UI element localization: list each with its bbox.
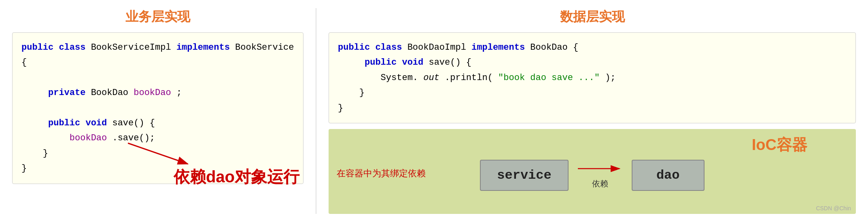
watermark: CSDN @Chin xyxy=(816,205,851,211)
kw-class-r1: class xyxy=(375,42,402,53)
dependency-annotation: 依赖dao对象运行 xyxy=(174,166,299,188)
bind-label: 在容器中为其绑定依赖 xyxy=(337,167,426,180)
ioc-boxes: service 依赖 dao xyxy=(480,160,704,191)
left-code-wrapper: public class BookServiceImpl implements … xyxy=(12,32,303,184)
right-code-box: public class BookDaoImpl implements Book… xyxy=(329,32,856,123)
dao-box: dao xyxy=(632,160,705,191)
kw-void-r1: void xyxy=(402,57,423,68)
var-bookdao: bookDao xyxy=(134,88,171,98)
left-panel: 业务层实现 public class BookServiceImpl imple… xyxy=(0,0,316,222)
code-line-7: } xyxy=(21,146,294,161)
kw-class1: class xyxy=(59,42,85,53)
var-bookdao-call: bookDao xyxy=(70,133,107,143)
right-code-line-3: System. out .println( "book dao save ...… xyxy=(338,70,847,85)
out-italic: out xyxy=(423,73,439,83)
kw-implements1: implements xyxy=(176,42,230,53)
dependency-label: 依赖dao对象运行 xyxy=(174,168,299,186)
code-blank-2 xyxy=(21,101,294,116)
left-code-box: public class BookServiceImpl implements … xyxy=(12,32,303,184)
code-line-1: public class BookServiceImpl implements … xyxy=(21,40,294,70)
code-blank-1 xyxy=(21,70,294,85)
left-title: 业务层实现 xyxy=(125,8,190,26)
right-code-line-4: } xyxy=(338,85,847,100)
str-book-dao-save: "book dao save ..." xyxy=(498,73,600,83)
ioc-container: IoC容器 在容器中为其绑定依赖 service 依赖 dao CSDN @Ch… xyxy=(329,129,856,214)
kw-public2: public xyxy=(48,118,80,128)
code-line-5: public void save() { xyxy=(21,116,294,131)
kw-public-r2: public xyxy=(365,57,397,68)
kw-void1: void xyxy=(85,118,107,128)
kw-private: private xyxy=(48,88,85,98)
code-line-3: private BookDao bookDao ; xyxy=(21,85,294,100)
right-title: 数据层实现 xyxy=(560,8,625,26)
service-box: service xyxy=(480,160,568,191)
ioc-arrow: 依赖 xyxy=(576,161,624,189)
right-code-line-5: } xyxy=(338,101,847,116)
right-top: public class BookDaoImpl implements Book… xyxy=(329,32,856,123)
right-panel: 数据层实现 public class BookDaoImpl implement… xyxy=(316,0,868,222)
dependency-arrow-svg xyxy=(576,161,624,178)
ioc-title: IoC容器 xyxy=(752,135,807,155)
kw-public1: public xyxy=(21,42,53,53)
code-line-6: bookDao .save(); xyxy=(21,131,294,146)
right-code-line-1: public class BookDaoImpl implements Book… xyxy=(338,40,847,55)
arrow-label: 依赖 xyxy=(592,178,608,189)
right-code-line-2: public void save() { xyxy=(338,55,847,70)
kw-public-r1: public xyxy=(338,42,370,53)
kw-implements-r1: implements xyxy=(471,42,525,53)
